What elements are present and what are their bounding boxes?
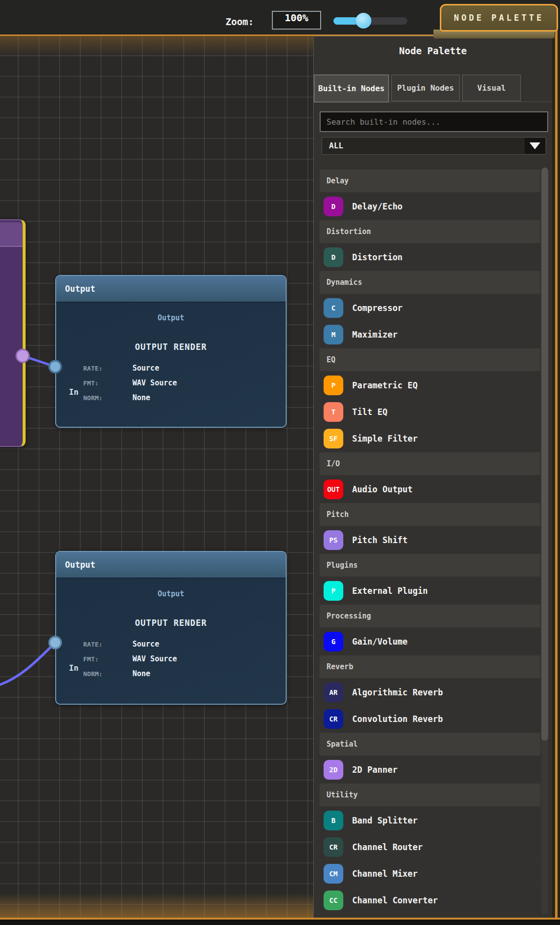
input-port-label: In bbox=[69, 387, 78, 397]
node-palette-toggle-button[interactable]: NODE PALETTE bbox=[440, 4, 558, 32]
param-value: WAV Source bbox=[132, 654, 177, 663]
palette-item-maximizer[interactable]: MMaximizer bbox=[320, 322, 540, 347]
palette-item-parametric-eq[interactable]: PParametric EQ bbox=[320, 373, 540, 398]
node-type-icon-algorithmic-reverb: AR bbox=[324, 683, 343, 702]
output-node-1[interactable]: Output Output OUTPUT RENDER RATE: Source… bbox=[55, 275, 287, 428]
search-input[interactable] bbox=[320, 111, 548, 132]
chevron-down-icon bbox=[529, 142, 540, 149]
output-node-2-subtitle: Output bbox=[56, 589, 286, 598]
param-value: Source bbox=[132, 364, 159, 373]
node-type-icon-parametric-eq: P bbox=[324, 376, 343, 395]
output-node-1-title[interactable]: Output bbox=[56, 276, 286, 303]
palette-item-distortion[interactable]: DDistortion bbox=[320, 244, 540, 270]
zoom-value-box[interactable]: 100% bbox=[272, 11, 321, 30]
tab-plugin-nodes[interactable]: Plugin Nodes bbox=[391, 74, 460, 102]
palette-item-label: Channel Mixer bbox=[352, 869, 418, 879]
node-type-icon-channel-mixer: CM bbox=[324, 864, 343, 884]
param-row: NORM: None bbox=[83, 390, 278, 405]
output-node-2-body: Output OUTPUT RENDER RATE: Source FMT: W… bbox=[56, 579, 286, 704]
category-header-distortion: Distortion bbox=[320, 220, 540, 243]
palette-item-label: Tilt EQ bbox=[352, 407, 388, 417]
node-type-icon-channel-converter: CC bbox=[324, 891, 343, 910]
source-node-selected[interactable] bbox=[0, 219, 26, 447]
category-filter-value: ALL bbox=[329, 141, 343, 150]
output-node-2[interactable]: Output Output OUTPUT RENDER RATE: Source… bbox=[55, 551, 287, 705]
palette-item-label: Audio Output bbox=[352, 484, 413, 494]
param-value: Source bbox=[132, 640, 159, 649]
tab-built-in-nodes[interactable]: Built-in Nodes bbox=[314, 74, 389, 103]
category-header-plugins: Plugins bbox=[320, 554, 540, 577]
param-label: NORM: bbox=[83, 670, 132, 678]
output-node-1-params: RATE: Source FMT: WAV Source NORM: None bbox=[83, 361, 278, 405]
palette-item-label: Algorithmic Reverb bbox=[352, 687, 443, 697]
palette-item-band-splitter[interactable]: BBand Splitter bbox=[320, 808, 540, 833]
param-row: FMT: WAV Source bbox=[83, 651, 278, 666]
category-header-reverb: Reverb bbox=[320, 655, 540, 678]
category-header-processing: Processing bbox=[320, 605, 540, 627]
zoom-slider-knob[interactable] bbox=[356, 13, 371, 29]
category-header-spatial: Spatial bbox=[320, 733, 540, 755]
node-type-icon-compressor: C bbox=[324, 298, 343, 318]
param-row: RATE: Source bbox=[83, 361, 278, 376]
palette-item-2d-panner[interactable]: 2D2D Panner bbox=[320, 757, 540, 782]
palette-item-simple-filter[interactable]: SFSimple Filter bbox=[320, 426, 540, 451]
category-header-utility: Utility bbox=[320, 784, 540, 806]
palette-scrollbar-track[interactable] bbox=[541, 168, 548, 915]
palette-item-label: Gain/Volume bbox=[352, 637, 408, 647]
param-value: None bbox=[132, 669, 150, 678]
output-node-1-render-label: OUTPUT RENDER bbox=[56, 342, 286, 352]
palette-item-label: Channel Converter bbox=[352, 895, 438, 905]
palette-item-audio-output[interactable]: OUTAudio Output bbox=[320, 477, 540, 502]
category-header-pitch: Pitch bbox=[320, 503, 540, 526]
dropdown-arrow-box[interactable] bbox=[525, 138, 545, 154]
tab-visual[interactable]: Visual bbox=[462, 74, 521, 102]
node-type-icon-2d-panner: 2D bbox=[324, 760, 343, 780]
palette-scrollbar-thumb[interactable] bbox=[541, 168, 548, 741]
param-label: RATE: bbox=[83, 365, 132, 372]
app-window: Output Output OUTPUT RENDER RATE: Source… bbox=[0, 0, 560, 925]
palette-item-label: Delay/Echo bbox=[352, 202, 402, 211]
palette-list: DelayDDelay/EchoDistortionDDistortionDyn… bbox=[320, 170, 540, 911]
category-header-delay: Delay bbox=[320, 170, 540, 192]
palette-item-channel-router[interactable]: CRChannel Router bbox=[320, 834, 540, 859]
palette-item-convolution-reverb[interactable]: CRConvolution Reverb bbox=[320, 706, 540, 731]
palette-item-compressor[interactable]: CCompressor bbox=[320, 295, 540, 320]
palette-item-label: Distortion bbox=[352, 252, 402, 262]
palette-item-external-plugin[interactable]: PExternal Plugin bbox=[320, 578, 540, 603]
palette-item-channel-converter[interactable]: CCChannel Converter bbox=[320, 888, 540, 911]
node-type-icon-distortion: D bbox=[324, 247, 343, 267]
palette-item-label: Compressor bbox=[352, 303, 402, 313]
category-header-dynamics: Dynamics bbox=[320, 271, 540, 294]
palette-item-tilt-eq[interactable]: TTilt EQ bbox=[320, 399, 540, 424]
node-palette-panel: Node Palette Built-in NodesPlugin NodesV… bbox=[313, 36, 552, 918]
output-node-2-title[interactable]: Output bbox=[56, 552, 286, 579]
param-value: None bbox=[132, 393, 150, 402]
param-row: RATE: Source bbox=[83, 637, 278, 651]
node-type-icon-simple-filter: SF bbox=[324, 429, 343, 448]
category-filter-dropdown[interactable]: ALL bbox=[322, 137, 546, 155]
node-type-icon-convolution-reverb: CR bbox=[324, 709, 343, 729]
palette-item-delay-echo[interactable]: DDelay/Echo bbox=[320, 194, 540, 219]
node-type-icon-maximizer: M bbox=[324, 325, 343, 344]
panel-title: Node Palette bbox=[314, 45, 552, 56]
output-node-1-body: Output OUTPUT RENDER RATE: Source FMT: W… bbox=[56, 303, 286, 427]
output-node-2-render-label: OUTPUT RENDER bbox=[56, 618, 286, 628]
output-node-2-params: RATE: Source FMT: WAV Source NORM: None bbox=[83, 637, 278, 681]
palette-item-pitch-shift[interactable]: PSPitch Shift bbox=[320, 527, 540, 552]
palette-item-channel-mixer[interactable]: CMChannel Mixer bbox=[320, 861, 540, 886]
node-type-icon-delay-echo: D bbox=[324, 197, 343, 216]
palette-item-algorithmic-reverb[interactable]: ARAlgorithmic Reverb bbox=[320, 680, 540, 705]
param-label: RATE: bbox=[83, 641, 132, 648]
param-row: FMT: WAV Source bbox=[83, 376, 278, 390]
category-header-i-o: I/O bbox=[320, 452, 540, 475]
palette-item-label: Channel Router bbox=[352, 842, 423, 852]
source-node-header[interactable] bbox=[0, 222, 23, 247]
param-label: FMT: bbox=[83, 655, 132, 663]
frame-border-right bbox=[555, 31, 558, 920]
node-type-icon-audio-output: OUT bbox=[324, 480, 343, 499]
palette-item-label: 2D Panner bbox=[352, 765, 397, 775]
palette-item-label: Band Splitter bbox=[352, 816, 418, 825]
zoom-slider[interactable] bbox=[333, 17, 407, 25]
node-type-icon-pitch-shift: PS bbox=[324, 530, 343, 550]
palette-item-gain-volume[interactable]: GGain/Volume bbox=[320, 629, 540, 654]
